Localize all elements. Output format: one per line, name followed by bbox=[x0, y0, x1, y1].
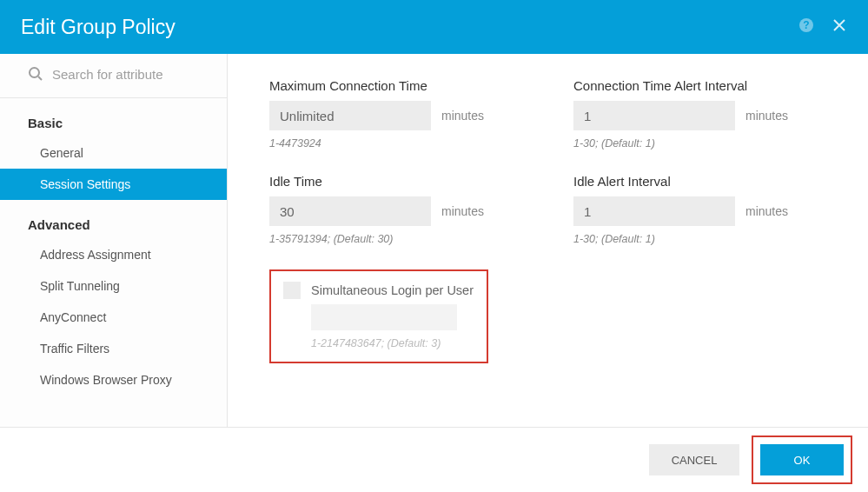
nav-section-basic: Basic bbox=[0, 98, 227, 137]
nav-item-address-assignment[interactable]: Address Assignment bbox=[0, 239, 227, 270]
idle-alert-interval-label: Idle Alert Interval bbox=[573, 174, 843, 189]
conn-alert-interval-hint: 1-30; (Default: 1) bbox=[573, 137, 843, 150]
right-column: Connection Time Alert Interval minutes 1… bbox=[573, 78, 843, 245]
field-idle-time: Idle Time minutes 1-35791394; (Default: … bbox=[269, 174, 539, 245]
conn-alert-interval-label: Connection Time Alert Interval bbox=[573, 78, 843, 93]
nav-item-anyconnect[interactable]: AnyConnect bbox=[0, 302, 227, 333]
nav-section-advanced: Advanced bbox=[0, 200, 227, 239]
cancel-button[interactable]: CANCEL bbox=[649, 444, 739, 475]
dialog-header: Edit Group Policy ? bbox=[0, 0, 868, 54]
idle-time-unit: minutes bbox=[441, 204, 484, 218]
nav-item-windows-browser-proxy[interactable]: Windows Browser Proxy bbox=[0, 364, 227, 396]
close-icon[interactable] bbox=[832, 17, 847, 37]
main-panel: Maximum Connection Time minutes 1-447392… bbox=[228, 54, 868, 427]
max-conn-time-label: Maximum Connection Time bbox=[269, 78, 539, 93]
search-icon bbox=[28, 66, 43, 82]
sim-login-label: Simultaneous Login per User bbox=[311, 283, 474, 297]
help-icon[interactable]: ? bbox=[798, 17, 814, 37]
sim-login-input[interactable] bbox=[311, 304, 457, 330]
ok-button[interactable]: OK bbox=[760, 444, 844, 475]
conn-alert-interval-input[interactable] bbox=[573, 101, 735, 130]
dialog-body: Basic General Session Settings Advanced … bbox=[0, 54, 868, 428]
idle-time-input[interactable] bbox=[269, 196, 431, 226]
sidebar: Basic General Session Settings Advanced … bbox=[0, 54, 228, 427]
field-max-conn-time: Maximum Connection Time minutes 1-447392… bbox=[269, 78, 539, 150]
left-column: Maximum Connection Time minutes 1-447392… bbox=[269, 78, 539, 363]
nav-item-general[interactable]: General bbox=[0, 137, 227, 169]
field-conn-alert-interval: Connection Time Alert Interval minutes 1… bbox=[573, 78, 843, 150]
ok-highlight: OK bbox=[752, 435, 852, 484]
idle-time-label: Idle Time bbox=[269, 174, 539, 189]
nav-item-session-settings[interactable]: Session Settings bbox=[0, 169, 227, 200]
nav-item-split-tunneling[interactable]: Split Tunneling bbox=[0, 270, 227, 302]
svg-text:?: ? bbox=[803, 19, 809, 31]
sim-login-checkbox[interactable] bbox=[283, 282, 301, 299]
header-icons: ? bbox=[798, 17, 847, 37]
sim-login-hint: 1-2147483647; (Default: 3) bbox=[311, 337, 474, 349]
field-idle-alert-interval: Idle Alert Interval minutes 1-30; (Defau… bbox=[573, 174, 843, 245]
max-conn-time-unit: minutes bbox=[441, 109, 484, 123]
search-input[interactable] bbox=[52, 67, 209, 82]
max-conn-time-hint: 1-4473924 bbox=[269, 137, 539, 150]
idle-time-hint: 1-35791394; (Default: 30) bbox=[269, 233, 539, 245]
dialog-footer: CANCEL OK bbox=[0, 428, 868, 492]
svg-point-2 bbox=[30, 68, 39, 77]
conn-alert-interval-unit: minutes bbox=[745, 109, 788, 123]
idle-alert-interval-hint: 1-30; (Default: 1) bbox=[573, 233, 843, 245]
dialog-title: Edit Group Policy bbox=[21, 16, 798, 39]
max-conn-time-input[interactable] bbox=[269, 101, 431, 130]
svg-line-3 bbox=[38, 76, 42, 80]
idle-alert-interval-unit: minutes bbox=[745, 204, 788, 218]
search-row bbox=[0, 54, 227, 98]
idle-alert-interval-input[interactable] bbox=[573, 196, 735, 226]
field-sim-login: Simultaneous Login per User 1-2147483647… bbox=[269, 269, 488, 363]
nav-item-traffic-filters[interactable]: Traffic Filters bbox=[0, 333, 227, 364]
